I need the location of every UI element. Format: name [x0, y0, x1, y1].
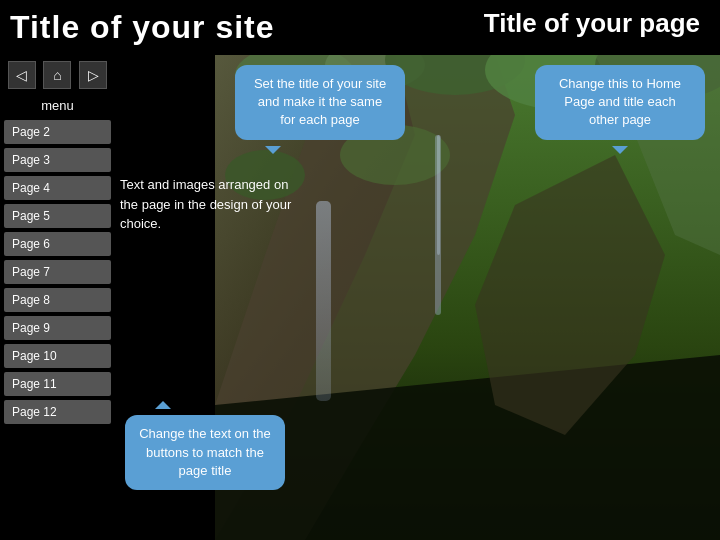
- main-content: Set the title of your site and make it t…: [115, 55, 720, 540]
- bubble-home-page: Change this to Home Page and title each …: [535, 65, 705, 140]
- home-button[interactable]: ⌂: [43, 61, 71, 89]
- sidebar-item-page11[interactable]: Page 11: [4, 372, 111, 396]
- sidebar-item-page6[interactable]: Page 6: [4, 232, 111, 256]
- sidebar-item-page10[interactable]: Page 10: [4, 344, 111, 368]
- back-button[interactable]: ◁: [8, 61, 36, 89]
- main-text-block: Text and images arranged on the page in …: [120, 175, 310, 234]
- header: Title of your site Title of your page: [0, 0, 720, 55]
- sidebar-item-page5[interactable]: Page 5: [4, 204, 111, 228]
- forward-button[interactable]: ▷: [79, 61, 107, 89]
- svg-rect-11: [437, 135, 440, 255]
- sidebar-item-page12[interactable]: Page 12: [4, 400, 111, 424]
- sidebar-item-page7[interactable]: Page 7: [4, 260, 111, 284]
- menu-label: menu: [0, 95, 115, 118]
- site-title: Title of your site: [10, 9, 275, 46]
- page-title: Title of your page: [484, 8, 700, 39]
- sidebar-item-page9[interactable]: Page 9: [4, 316, 111, 340]
- bubble-change-buttons: Change the text on the buttons to match …: [125, 415, 285, 490]
- nav-buttons: ◁ ⌂ ▷: [0, 55, 115, 95]
- sidebar-item-page2[interactable]: Page 2: [4, 120, 111, 144]
- sidebar: ◁ ⌂ ▷ menu Page 2 Page 3 Page 4 Page 5 P…: [0, 55, 115, 540]
- sidebar-item-page4[interactable]: Page 4: [4, 176, 111, 200]
- sidebar-item-page3[interactable]: Page 3: [4, 148, 111, 172]
- bubble-set-title: Set the title of your site and make it t…: [235, 65, 405, 140]
- sidebar-item-page8[interactable]: Page 8: [4, 288, 111, 312]
